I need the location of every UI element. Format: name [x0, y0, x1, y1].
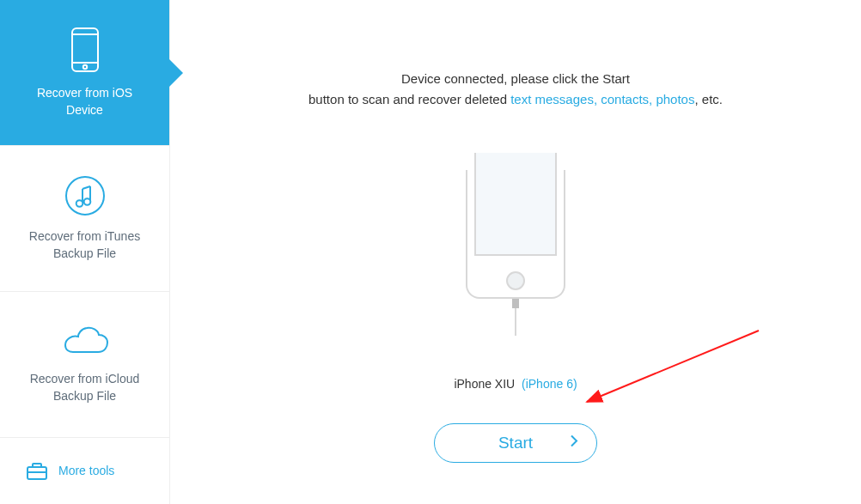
- start-button[interactable]: Start: [434, 423, 597, 463]
- sidebar-item-label: Recover from iCloud Backup File: [17, 371, 152, 404]
- device-model: (iPhone 6): [522, 377, 577, 391]
- instruction-text: Device connected, please click the Start…: [308, 69, 723, 110]
- phone-graphic: [466, 161, 565, 299]
- music-note-icon: [64, 175, 106, 216]
- sidebar-item-label: More tools: [58, 463, 114, 480]
- chevron-right-icon: [569, 434, 579, 453]
- device-name: iPhone XIU: [454, 377, 515, 391]
- instruction-line2: button to scan and recover deleted text …: [308, 89, 723, 110]
- svg-point-4: [66, 177, 104, 215]
- cloud-icon: [60, 325, 110, 359]
- connected-device-illustration: [466, 161, 565, 336]
- annotation-arrow-icon: [565, 326, 763, 421]
- phone-icon: [70, 27, 100, 73]
- start-button-label: Start: [498, 434, 533, 452]
- instruction-line1: Device connected, please click the Start: [308, 69, 723, 89]
- highlight-link[interactable]: text messages, contacts, photos: [510, 92, 694, 106]
- sidebar-item-ios-device[interactable]: Recover from iOS Device: [0, 0, 169, 146]
- sidebar: Recover from iOS Device Recover from iTu…: [0, 0, 170, 504]
- sidebar-item-icloud-backup[interactable]: Recover from iCloud Backup File: [0, 292, 169, 438]
- device-info: iPhone XIU (iPhone 6): [454, 377, 577, 391]
- svg-point-3: [82, 65, 86, 69]
- sidebar-item-label: Recover from iOS Device: [17, 85, 152, 118]
- svg-point-5: [83, 198, 90, 205]
- svg-line-10: [587, 331, 759, 402]
- toolbox-icon: [26, 462, 48, 481]
- main-panel: Device connected, please click the Start…: [170, 0, 861, 504]
- sidebar-item-itunes-backup[interactable]: Recover from iTunes Backup File: [0, 146, 169, 292]
- sidebar-item-label: Recover from iTunes Backup File: [17, 228, 152, 262]
- sidebar-item-more-tools[interactable]: More tools: [0, 438, 169, 504]
